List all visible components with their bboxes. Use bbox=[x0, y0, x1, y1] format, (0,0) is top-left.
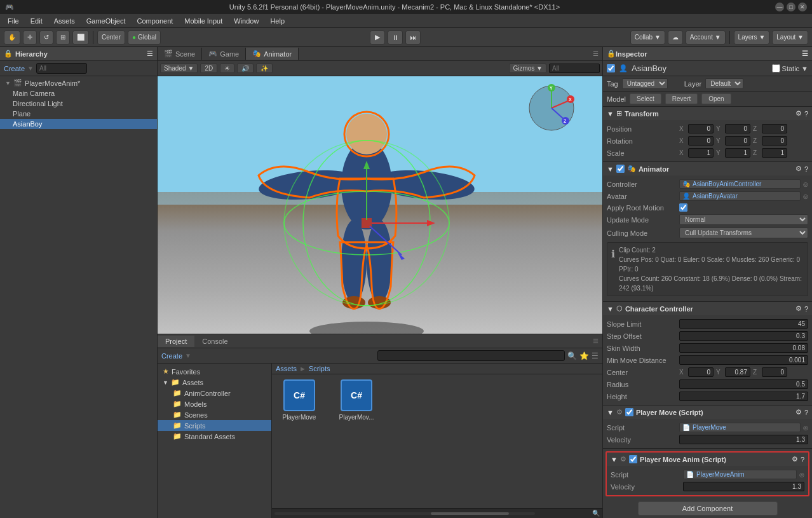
char-ctrl-header[interactable]: ▼ ⬡ Character Controller ⚙ ? bbox=[603, 302, 812, 315]
object-active-checkbox[interactable] bbox=[607, 64, 615, 72]
step-val[interactable]: 0.3 bbox=[679, 331, 808, 341]
rot-y-val[interactable]: 0 bbox=[725, 136, 750, 146]
pma-link-icon[interactable]: ◎ bbox=[799, 472, 804, 478]
tree-favorites[interactable]: ★ Favorites bbox=[158, 366, 271, 377]
controller-field[interactable]: 🎭 AsianBoyAnimController bbox=[679, 179, 801, 189]
cloud-button[interactable]: ☁ bbox=[668, 31, 683, 44]
scale-x-val[interactable]: 1 bbox=[688, 148, 714, 158]
tab-console[interactable]: Console bbox=[194, 336, 235, 347]
center-x-val[interactable]: 0 bbox=[688, 367, 714, 377]
project-panel-menu[interactable]: ☰ bbox=[589, 336, 602, 346]
tool-hand[interactable]: ✋ bbox=[4, 31, 20, 44]
menu-file[interactable]: File bbox=[3, 16, 24, 26]
pos-x-val[interactable]: 0 bbox=[688, 124, 714, 133]
player-move-help-icon[interactable]: ? bbox=[804, 409, 808, 416]
player-move-header[interactable]: ▼ ⚙ Player Move (Script) ⚙ ? bbox=[603, 406, 812, 419]
select-button[interactable]: Select bbox=[630, 93, 661, 104]
close-button[interactable]: ✕ bbox=[798, 3, 807, 11]
tree-scenes[interactable]: 📁 Scenes bbox=[158, 409, 271, 420]
search-icon[interactable]: 🔍 bbox=[567, 351, 577, 360]
animator-help-icon[interactable]: ? bbox=[804, 165, 808, 173]
tag-select[interactable]: Untagged bbox=[622, 78, 668, 89]
maximize-button[interactable]: □ bbox=[787, 3, 795, 11]
asset-playermove[interactable]: C# PlayerMove bbox=[277, 379, 321, 421]
tree-models[interactable]: 📁 Models bbox=[158, 399, 271, 409]
player-move-checkbox[interactable] bbox=[625, 408, 633, 416]
hier-item-plane[interactable]: Plane bbox=[0, 109, 157, 119]
animator-header[interactable]: ▼ 🎭 Animator ⚙ ? bbox=[603, 162, 812, 175]
rot-x-val[interactable]: 0 bbox=[688, 136, 714, 146]
avatar-link-icon[interactable]: ◎ bbox=[803, 193, 808, 200]
account-button[interactable]: Account ▼ bbox=[686, 31, 726, 44]
controller-link-icon[interactable]: ◎ bbox=[803, 181, 808, 187]
center-z-val[interactable]: 0 bbox=[762, 367, 787, 377]
hier-item-playermoveanim[interactable]: ▼ 🎬 PlayerMoveAnim* bbox=[0, 78, 157, 88]
pos-z-val[interactable]: 0 bbox=[762, 124, 787, 133]
static-checkbox[interactable] bbox=[772, 64, 780, 72]
tab-animator[interactable]: 🎭 Animator bbox=[246, 48, 299, 60]
audio-button[interactable]: 🔊 bbox=[237, 64, 254, 73]
tool-rotate[interactable]: ↺ bbox=[39, 31, 53, 44]
tab-game[interactable]: 🎮 Game bbox=[202, 48, 246, 60]
menu-component[interactable]: Component bbox=[132, 16, 178, 26]
2d-button[interactable]: 2D bbox=[200, 64, 217, 73]
tool-rect[interactable]: ⬜ bbox=[72, 31, 89, 44]
menu-gameobject[interactable]: GameObject bbox=[81, 16, 131, 26]
bread-assets[interactable]: Assets bbox=[276, 365, 297, 372]
revert-button[interactable]: Revert bbox=[665, 93, 698, 104]
hierarchy-lock-icon[interactable]: 🔒 bbox=[4, 50, 13, 58]
center-y-val[interactable]: 0.87 bbox=[725, 367, 750, 377]
menu-window[interactable]: Window bbox=[229, 16, 264, 26]
create-label[interactable]: Create bbox=[4, 65, 25, 72]
transform-settings-icon[interactable]: ⚙ bbox=[795, 109, 802, 118]
rot-z-val[interactable]: 0 bbox=[762, 136, 787, 146]
inspector-menu-icon[interactable]: ☰ bbox=[802, 50, 808, 58]
open-button[interactable]: Open bbox=[701, 93, 731, 104]
menu-assets[interactable]: Assets bbox=[49, 16, 80, 26]
gizmos-search[interactable] bbox=[549, 64, 600, 73]
slope-val[interactable]: 45 bbox=[679, 319, 808, 329]
tab-scene[interactable]: 🎬 Scene bbox=[158, 48, 202, 60]
player-move-anim-help-icon[interactable]: ? bbox=[801, 456, 804, 463]
play-button[interactable]: ▶ bbox=[370, 31, 385, 44]
lighting-button[interactable]: ☀ bbox=[220, 64, 234, 73]
bread-scripts[interactable]: Scripts bbox=[309, 365, 330, 372]
animator-enabled-checkbox[interactable] bbox=[616, 165, 625, 173]
pm-link-icon[interactable]: ◎ bbox=[803, 425, 808, 431]
skin-val[interactable]: 0.08 bbox=[679, 343, 808, 353]
radius-val[interactable]: 0.5 bbox=[679, 379, 808, 389]
scroll-thumb[interactable] bbox=[431, 512, 509, 515]
player-move-anim-settings-icon[interactable]: ⚙ bbox=[792, 455, 798, 463]
layer-select[interactable]: Default bbox=[705, 78, 743, 89]
scene-panel-menu[interactable]: ☰ bbox=[589, 48, 602, 59]
zoom-icon[interactable]: 🔍 bbox=[592, 510, 600, 517]
menu-mobile-input[interactable]: Mobile Input bbox=[179, 16, 227, 26]
project-search[interactable] bbox=[377, 350, 565, 361]
scale-z-val[interactable]: 1 bbox=[762, 148, 787, 158]
transform-help-icon[interactable]: ? bbox=[804, 110, 808, 118]
viewport[interactable]: Y X Z bbox=[158, 76, 602, 334]
inspector-lock-icon[interactable]: 🔒 bbox=[607, 50, 616, 58]
tool-scale[interactable]: ⊞ bbox=[56, 31, 70, 44]
transform-header[interactable]: ▼ ⊞ Transform ⚙ ? bbox=[603, 107, 812, 120]
shaded-dropdown[interactable]: Shaded ▼ bbox=[160, 64, 198, 73]
global-button[interactable]: ● Global bbox=[128, 31, 161, 44]
gizmos-dropdown[interactable]: Gizmos ▼ bbox=[509, 64, 546, 73]
height-val[interactable]: 1.7 bbox=[679, 392, 808, 401]
asset-playermovanim[interactable]: C# PlayerMov... bbox=[334, 379, 379, 421]
step-button[interactable]: ⏭ bbox=[405, 31, 421, 44]
pm-script-field[interactable]: 📄 PlayerMove bbox=[679, 423, 801, 432]
hier-item-dirlight[interactable]: Directional Light bbox=[0, 99, 157, 109]
hier-item-asianboy[interactable]: AsianBoy bbox=[0, 119, 157, 129]
menu-edit[interactable]: Edit bbox=[25, 16, 48, 26]
animator-settings-icon[interactable]: ⚙ bbox=[795, 165, 802, 173]
hierarchy-menu-icon[interactable]: ☰ bbox=[147, 50, 153, 58]
minimize-button[interactable]: — bbox=[775, 3, 784, 11]
project-create-label[interactable]: Create bbox=[161, 352, 182, 360]
add-component-button[interactable]: Add Component bbox=[638, 501, 778, 515]
char-ctrl-help-icon[interactable]: ? bbox=[804, 305, 808, 313]
scroll-track[interactable] bbox=[274, 512, 535, 515]
tab-project[interactable]: Project bbox=[158, 336, 194, 347]
tool-move[interactable]: ✛ bbox=[23, 31, 37, 44]
pma-script-field[interactable]: 📄 PlayerMoveAnim bbox=[683, 470, 797, 479]
